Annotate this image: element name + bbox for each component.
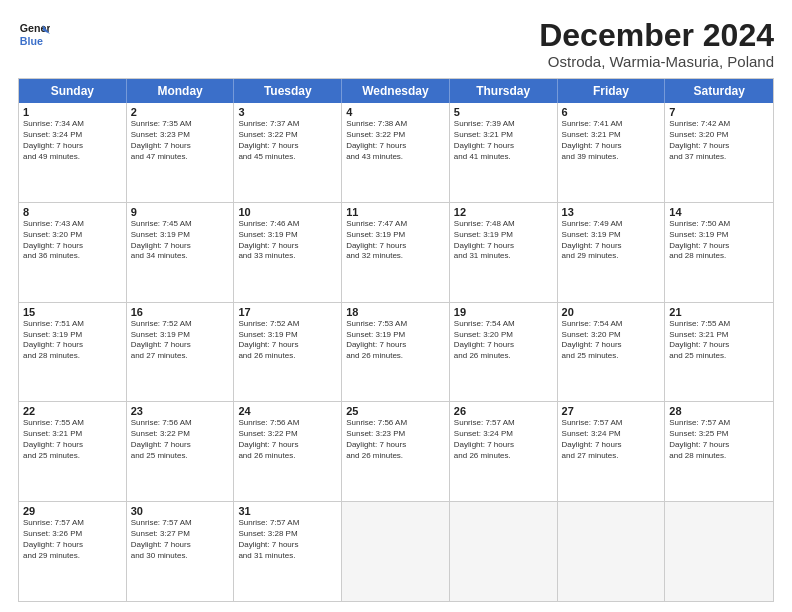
cell-info: Sunrise: 7:57 AMSunset: 3:24 PMDaylight:… [454,418,553,461]
day-number: 26 [454,405,553,417]
day-number: 11 [346,206,445,218]
cell-info: Sunrise: 7:57 AMSunset: 3:24 PMDaylight:… [562,418,661,461]
cell-info: Sunrise: 7:52 AMSunset: 3:19 PMDaylight:… [238,319,337,362]
day-cell-29: 29Sunrise: 7:57 AMSunset: 3:26 PMDayligh… [19,502,127,601]
day-number: 31 [238,505,337,517]
day-number: 5 [454,106,553,118]
cell-info: Sunrise: 7:49 AMSunset: 3:19 PMDaylight:… [562,219,661,262]
cell-info: Sunrise: 7:57 AMSunset: 3:28 PMDaylight:… [238,518,337,561]
cell-info: Sunrise: 7:35 AMSunset: 3:23 PMDaylight:… [131,119,230,162]
day-cell-9: 9Sunrise: 7:45 AMSunset: 3:19 PMDaylight… [127,203,235,302]
calendar-header: SundayMondayTuesdayWednesdayThursdayFrid… [19,79,773,103]
day-cell-23: 23Sunrise: 7:56 AMSunset: 3:22 PMDayligh… [127,402,235,501]
day-cell-7: 7Sunrise: 7:42 AMSunset: 3:20 PMDaylight… [665,103,773,202]
day-number: 28 [669,405,769,417]
day-number: 8 [23,206,122,218]
day-number: 20 [562,306,661,318]
day-cell-14: 14Sunrise: 7:50 AMSunset: 3:19 PMDayligh… [665,203,773,302]
day-cell-28: 28Sunrise: 7:57 AMSunset: 3:25 PMDayligh… [665,402,773,501]
cell-info: Sunrise: 7:41 AMSunset: 3:21 PMDaylight:… [562,119,661,162]
header-day-saturday: Saturday [665,79,773,103]
day-cell-19: 19Sunrise: 7:54 AMSunset: 3:20 PMDayligh… [450,303,558,402]
empty-cell [342,502,450,601]
day-number: 24 [238,405,337,417]
day-number: 2 [131,106,230,118]
cell-info: Sunrise: 7:42 AMSunset: 3:20 PMDaylight:… [669,119,769,162]
week-row-3: 15Sunrise: 7:51 AMSunset: 3:19 PMDayligh… [19,303,773,403]
logo-icon: General Blue [18,18,50,50]
day-cell-6: 6Sunrise: 7:41 AMSunset: 3:21 PMDaylight… [558,103,666,202]
header-day-tuesday: Tuesday [234,79,342,103]
cell-info: Sunrise: 7:54 AMSunset: 3:20 PMDaylight:… [454,319,553,362]
day-cell-16: 16Sunrise: 7:52 AMSunset: 3:19 PMDayligh… [127,303,235,402]
day-cell-1: 1Sunrise: 7:34 AMSunset: 3:24 PMDaylight… [19,103,127,202]
day-cell-2: 2Sunrise: 7:35 AMSunset: 3:23 PMDaylight… [127,103,235,202]
day-number: 3 [238,106,337,118]
subtitle: Ostroda, Warmia-Masuria, Poland [539,53,774,70]
cell-info: Sunrise: 7:45 AMSunset: 3:19 PMDaylight:… [131,219,230,262]
day-cell-25: 25Sunrise: 7:56 AMSunset: 3:23 PMDayligh… [342,402,450,501]
cell-info: Sunrise: 7:52 AMSunset: 3:19 PMDaylight:… [131,319,230,362]
week-row-4: 22Sunrise: 7:55 AMSunset: 3:21 PMDayligh… [19,402,773,502]
day-number: 16 [131,306,230,318]
logo: General Blue [18,18,50,50]
day-cell-11: 11Sunrise: 7:47 AMSunset: 3:19 PMDayligh… [342,203,450,302]
day-cell-24: 24Sunrise: 7:56 AMSunset: 3:22 PMDayligh… [234,402,342,501]
empty-cell [665,502,773,601]
header-day-monday: Monday [127,79,235,103]
day-cell-3: 3Sunrise: 7:37 AMSunset: 3:22 PMDaylight… [234,103,342,202]
cell-info: Sunrise: 7:56 AMSunset: 3:23 PMDaylight:… [346,418,445,461]
cell-info: Sunrise: 7:48 AMSunset: 3:19 PMDaylight:… [454,219,553,262]
day-cell-27: 27Sunrise: 7:57 AMSunset: 3:24 PMDayligh… [558,402,666,501]
empty-cell [450,502,558,601]
week-row-2: 8Sunrise: 7:43 AMSunset: 3:20 PMDaylight… [19,203,773,303]
cell-info: Sunrise: 7:39 AMSunset: 3:21 PMDaylight:… [454,119,553,162]
day-number: 7 [669,106,769,118]
day-number: 10 [238,206,337,218]
day-number: 23 [131,405,230,417]
cell-info: Sunrise: 7:53 AMSunset: 3:19 PMDaylight:… [346,319,445,362]
day-cell-5: 5Sunrise: 7:39 AMSunset: 3:21 PMDaylight… [450,103,558,202]
cell-info: Sunrise: 7:47 AMSunset: 3:19 PMDaylight:… [346,219,445,262]
day-cell-21: 21Sunrise: 7:55 AMSunset: 3:21 PMDayligh… [665,303,773,402]
title-block: December 2024 Ostroda, Warmia-Masuria, P… [539,18,774,70]
day-number: 9 [131,206,230,218]
cell-info: Sunrise: 7:56 AMSunset: 3:22 PMDaylight:… [131,418,230,461]
cell-info: Sunrise: 7:57 AMSunset: 3:25 PMDaylight:… [669,418,769,461]
day-cell-17: 17Sunrise: 7:52 AMSunset: 3:19 PMDayligh… [234,303,342,402]
day-number: 17 [238,306,337,318]
day-number: 15 [23,306,122,318]
day-number: 12 [454,206,553,218]
day-number: 22 [23,405,122,417]
cell-info: Sunrise: 7:43 AMSunset: 3:20 PMDaylight:… [23,219,122,262]
day-number: 6 [562,106,661,118]
cell-info: Sunrise: 7:50 AMSunset: 3:19 PMDaylight:… [669,219,769,262]
day-number: 27 [562,405,661,417]
svg-text:Blue: Blue [20,35,43,47]
day-number: 4 [346,106,445,118]
week-row-5: 29Sunrise: 7:57 AMSunset: 3:26 PMDayligh… [19,502,773,601]
day-cell-18: 18Sunrise: 7:53 AMSunset: 3:19 PMDayligh… [342,303,450,402]
day-number: 13 [562,206,661,218]
day-cell-13: 13Sunrise: 7:49 AMSunset: 3:19 PMDayligh… [558,203,666,302]
day-cell-8: 8Sunrise: 7:43 AMSunset: 3:20 PMDaylight… [19,203,127,302]
day-cell-15: 15Sunrise: 7:51 AMSunset: 3:19 PMDayligh… [19,303,127,402]
day-number: 19 [454,306,553,318]
day-number: 1 [23,106,122,118]
header-day-sunday: Sunday [19,79,127,103]
day-number: 25 [346,405,445,417]
cell-info: Sunrise: 7:51 AMSunset: 3:19 PMDaylight:… [23,319,122,362]
svg-text:General: General [20,22,50,34]
header-day-thursday: Thursday [450,79,558,103]
day-cell-20: 20Sunrise: 7:54 AMSunset: 3:20 PMDayligh… [558,303,666,402]
cell-info: Sunrise: 7:46 AMSunset: 3:19 PMDaylight:… [238,219,337,262]
cell-info: Sunrise: 7:34 AMSunset: 3:24 PMDaylight:… [23,119,122,162]
cell-info: Sunrise: 7:38 AMSunset: 3:22 PMDaylight:… [346,119,445,162]
day-number: 29 [23,505,122,517]
day-number: 30 [131,505,230,517]
day-cell-12: 12Sunrise: 7:48 AMSunset: 3:19 PMDayligh… [450,203,558,302]
cell-info: Sunrise: 7:55 AMSunset: 3:21 PMDaylight:… [669,319,769,362]
day-number: 14 [669,206,769,218]
day-number: 21 [669,306,769,318]
cell-info: Sunrise: 7:57 AMSunset: 3:27 PMDaylight:… [131,518,230,561]
